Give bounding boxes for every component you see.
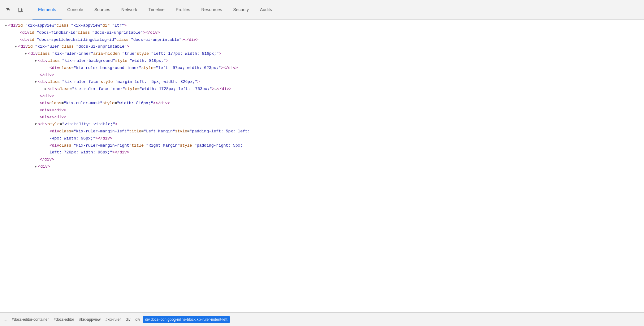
tab-network[interactable]: Network <box>116 0 143 19</box>
breadcrumb-div1[interactable]: div <box>123 316 133 323</box>
collapse-triangle-icon[interactable]: ▼ <box>35 58 37 64</box>
collapse-triangle-icon[interactable]: ▼ <box>35 164 37 170</box>
code-line-15[interactable]: <div class="kix-ruler-margin-left" title… <box>0 128 644 135</box>
device-toolbar-button[interactable] <box>15 4 26 15</box>
tab-bar: Elements Console Sources Network Timelin… <box>32 0 278 19</box>
breadcrumb-kix-appview[interactable]: #kix-appview <box>76 316 103 323</box>
elements-panel[interactable]: ▼<div id="kix-appview" class="kix-appvie… <box>0 20 644 312</box>
code-line-20[interactable]: ▼<div> <box>0 163 644 170</box>
breadcrumb-docs-editor-container[interactable]: #docs-editor-container <box>9 316 51 323</box>
collapse-triangle-icon[interactable]: ▼ <box>35 122 37 127</box>
code-line-2[interactable]: <div id="docs-spellcheckslidingdialog-id… <box>0 36 644 44</box>
code-line-19[interactable]: </div> <box>0 156 644 163</box>
svg-rect-1 <box>22 9 23 11</box>
tab-security[interactable]: Security <box>227 0 254 19</box>
code-line-11[interactable]: <div class="kix-ruler-mask" style="width… <box>0 100 644 107</box>
collapse-triangle-icon[interactable]: ▼ <box>15 44 17 50</box>
inspect-element-button[interactable] <box>2 4 14 15</box>
code-line-7[interactable]: </div> <box>0 72 644 79</box>
tab-elements[interactable]: Elements <box>32 0 62 19</box>
code-line-8[interactable]: ▼<div class="kix-ruler-face" style="marg… <box>0 79 644 86</box>
expand-triangle-icon[interactable]: ► <box>45 87 47 92</box>
tab-profiles[interactable]: Profiles <box>170 0 196 19</box>
code-line-4[interactable]: ▼<div class="kix-ruler-inner" aria-hidde… <box>0 50 644 58</box>
tab-sources[interactable]: Sources <box>89 0 116 19</box>
toolbar-icons <box>2 0 30 19</box>
tab-resources[interactable]: Resources <box>196 0 228 19</box>
code-line-17[interactable]: <div class="kix-ruler-margin-right" titl… <box>0 142 644 149</box>
code-line-14[interactable]: ▼<div style="visibility: visible;"> <box>0 121 644 128</box>
code-line-18[interactable]: left: 720px; width: 96px;"></div> <box>0 149 644 156</box>
breadcrumb-selected[interactable]: div.docs-icon.goog-inline-block.kix-rule… <box>143 316 230 323</box>
code-line-12[interactable]: <div></div> <box>0 107 644 114</box>
code-line-0[interactable]: ▼<div id="kix-appview" class="kix-appvie… <box>0 22 644 29</box>
tab-audits[interactable]: Audits <box>254 0 278 19</box>
breadcrumb-kix-ruler[interactable]: #kix-ruler <box>103 316 123 323</box>
breadcrumb-bar: ... #docs-editor-container #docs-editor … <box>0 312 644 326</box>
tab-timeline[interactable]: Timeline <box>143 0 170 19</box>
code-line-9[interactable]: ►<div class="kix-ruler-face-inner" style… <box>0 86 644 93</box>
collapse-triangle-icon[interactable]: ▼ <box>25 51 27 57</box>
code-line-3[interactable]: ▼<div id="kix-ruler" class="docs-ui-unpr… <box>0 43 644 50</box>
code-line-13[interactable]: <div></div> <box>0 114 644 121</box>
code-line-1[interactable]: <div id="docs-findbar-id" class="docs-ui… <box>0 29 644 36</box>
toolbar: Elements Console Sources Network Timelin… <box>0 0 644 20</box>
breadcrumb-div2[interactable]: div <box>133 316 143 323</box>
code-line-16[interactable]: -4px; width: 96px;"></div> <box>0 135 644 142</box>
code-line-10[interactable]: </div> <box>0 93 644 100</box>
breadcrumb-docs-editor[interactable]: #docs-editor <box>51 316 76 323</box>
code-line-5[interactable]: ▼<div class="kix-ruler-background" style… <box>0 58 644 65</box>
code-line-6[interactable]: <div class="kix-ruler-background-inner" … <box>0 65 644 72</box>
tab-console[interactable]: Console <box>62 0 89 19</box>
breadcrumb-more[interactable]: ... <box>2 316 9 323</box>
collapse-triangle-icon[interactable]: ▼ <box>35 79 37 85</box>
collapse-triangle-icon[interactable]: ▼ <box>5 23 7 29</box>
